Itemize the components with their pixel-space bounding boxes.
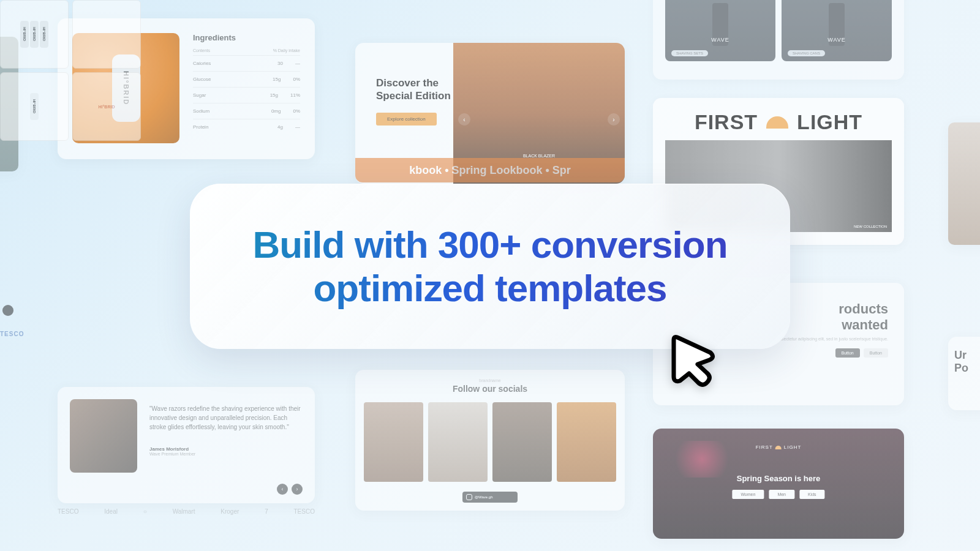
row-val: 15g (273, 77, 281, 82)
mini-can: HI°BRID (20, 21, 29, 48)
spring-headline: Spring Season is here (737, 474, 821, 483)
prev-dot-icon[interactable]: ‹ (277, 484, 288, 495)
grid-cell-orange[interactable]: HI°BRID (0, 72, 69, 141)
prod-title-2: wanted (842, 317, 888, 332)
bg-card-right-photo (948, 122, 980, 245)
logo-word: LIGHT (784, 444, 802, 450)
glow-decor (665, 441, 739, 478)
row-name: Sodium (193, 108, 209, 114)
template-card-wave[interactable]: WAVE SHAVING SETS WAVE SHAVING CANS (653, 0, 904, 80)
category-button-men[interactable]: Men (769, 490, 794, 499)
row-name: Protein (193, 124, 208, 130)
bg-card-right-text: Ur Po (948, 337, 980, 410)
logo-tesco-small: TESCO (0, 331, 24, 337)
template-card-testimonial[interactable]: "Wave razors redefine the shaving experi… (58, 387, 315, 503)
col-daily: % Daily intake (273, 48, 300, 53)
testimonial-role: Wave Premium Member (149, 452, 303, 456)
prev-arrow-icon[interactable]: ‹ (458, 113, 470, 126)
sunrise-icon (766, 116, 788, 129)
instagram-handle: @Wave.gh (475, 495, 493, 499)
firstlight-word2: LIGHT (797, 110, 862, 134)
secondary-button[interactable]: Button (864, 348, 888, 358)
category-button-kids[interactable]: Kids (799, 490, 825, 499)
wave-brand: WAVE (827, 37, 846, 43)
template-card-spring-season[interactable]: FIRST LIGHT Spring Season is here Women … (653, 429, 904, 539)
row-pct: 11% (290, 92, 300, 98)
next-dot-icon[interactable]: › (292, 484, 303, 495)
cursor-pointer-icon (662, 331, 723, 392)
logo-item: 7 (265, 508, 268, 515)
row-pct: 0% (293, 108, 300, 114)
logo-item: TESCO (58, 508, 78, 515)
ingredients-table: Ingredients Contents % Daily intake Calo… (193, 33, 300, 144)
firstlight-logo-small: FIRST LIGHT (756, 444, 802, 450)
grid-cell-cans[interactable]: HI°BRID HI°BRID HI°BRID (0, 0, 69, 69)
mini-can: HI°BRID (30, 93, 39, 120)
lookbook-ticker: kbook • Spring Lookbook • Spr (355, 158, 625, 182)
socials-brandname: brandname (364, 378, 616, 383)
instagram-icon (466, 494, 472, 500)
headline-panel: Build with 300+ conversion optimized tem… (190, 184, 790, 349)
row-val: 4g (277, 124, 283, 130)
logo-item: ○ (143, 508, 147, 515)
new-collection-badge: NEW COLLECTION (854, 225, 887, 228)
box-brand: HI°BRID (99, 105, 115, 109)
prod-title-1: roducts (839, 301, 888, 317)
row-val: 0mg (271, 108, 281, 114)
wave-pill-right: SHAVING CANS (788, 50, 825, 56)
wave-pane-left: WAVE SHAVING SETS (665, 0, 775, 61)
next-arrow-icon[interactable]: › (608, 113, 620, 126)
wave-brand: WAVE (711, 37, 729, 43)
explore-collection-button[interactable]: Explore collection (376, 113, 437, 126)
socials-title: Follow our socials (364, 384, 616, 394)
headline-text: Build with 300+ conversion optimized tem… (190, 223, 790, 310)
category-button-women[interactable]: Women (732, 490, 764, 499)
logo-item: Ideal (104, 508, 118, 515)
social-photo (428, 402, 488, 482)
ingredients-title: Ingredients (193, 33, 300, 42)
instagram-chip[interactable]: @Wave.gh (462, 492, 518, 503)
grid-cell-lifestyle[interactable] (72, 0, 141, 69)
logo-item: Walmart (173, 508, 195, 515)
testimonial-photo (70, 399, 137, 473)
discover-title: Discover the Special Edition (376, 77, 453, 103)
social-photo (492, 402, 552, 482)
brand-logos-row: TESCO Ideal ○ Walmart Kroger 7 TESCO (58, 508, 315, 515)
social-photo (364, 402, 423, 482)
sliver-text-1: Ur (954, 349, 980, 362)
social-photo (557, 402, 616, 482)
wave-pane-right: WAVE SHAVING CANS (782, 0, 892, 61)
row-pct: 0% (293, 77, 300, 82)
testimonial-quote: "Wave razors redefine the shaving experi… (149, 404, 303, 432)
primary-button[interactable]: Button (835, 348, 860, 358)
logo-item: Kroger (221, 508, 239, 515)
row-pct: — (295, 124, 300, 130)
row-val: 30 (277, 61, 283, 66)
mini-can: HI°BRID (40, 21, 48, 48)
sliver-text-2: Po (954, 362, 980, 375)
row-val: 15g (270, 92, 278, 98)
template-card-socials[interactable]: brandname Follow our socials @Wave.gh (355, 370, 625, 511)
col-contents: Contents (193, 48, 210, 53)
testimonial-name: James Morisford (149, 446, 303, 452)
logo-item: TESCO (294, 508, 315, 515)
mini-can: HI°BRID (30, 21, 39, 48)
row-name: Calories (193, 61, 211, 66)
carousel-dot[interactable] (2, 305, 13, 316)
hero-caption: BLACK BLAZER (523, 154, 555, 158)
logo-word: FIRST (756, 444, 773, 450)
template-card-product-grid[interactable]: HI°BRID HI°BRID HI°BRID HI°BRID HI°BRID (0, 0, 141, 141)
sunrise-icon (775, 446, 782, 449)
firstlight-word1: FIRST (695, 110, 758, 134)
wave-pill-left: SHAVING SETS (671, 50, 708, 56)
grid-cell-box[interactable]: HI°BRID (72, 72, 141, 141)
row-name: Sugar (193, 92, 206, 98)
row-name: Glucose (193, 77, 211, 82)
row-pct: — (295, 61, 300, 66)
